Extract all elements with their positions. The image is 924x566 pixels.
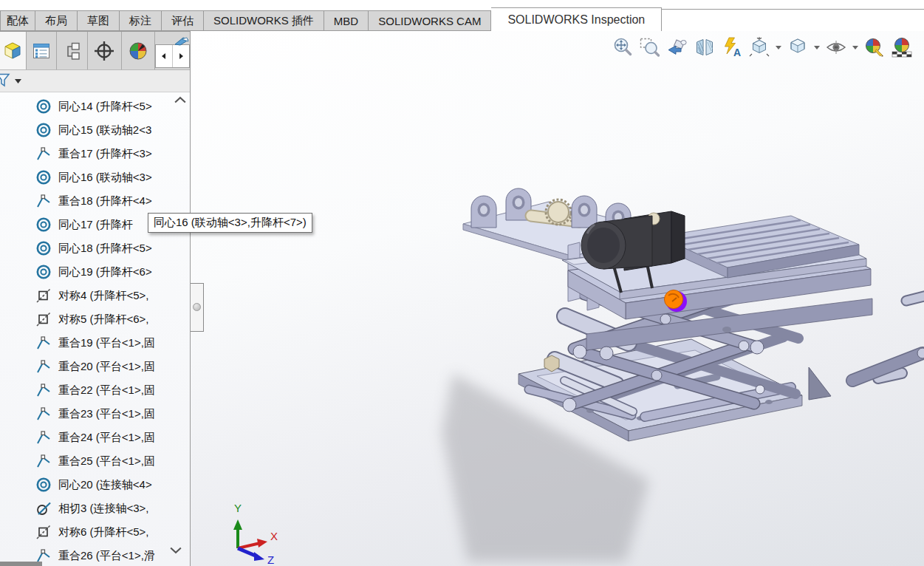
tree-item-mate-4[interactable]: 重合18 (升降杆<4> (0, 189, 190, 213)
tree-scroll-down-icon[interactable] (170, 547, 182, 554)
tree-item-mate-8[interactable]: 对称4 (升降杆<5>, (0, 284, 190, 307)
tree-item-mate-11[interactable]: 重合20 (平台<1>,固 (0, 355, 190, 378)
command-tab-6[interactable]: MBD (324, 10, 369, 31)
tree-item-label: 重合26 (平台<1>,滑 (58, 549, 155, 563)
previous-view-button[interactable] (665, 35, 690, 60)
pane-scroll-right-icon (177, 52, 185, 60)
tree-item-mate-6[interactable]: 同心18 (升降杆<5> (0, 236, 190, 260)
mate-tooltip: 同心16 (联动轴<3>,升降杆<7>) (148, 213, 312, 233)
caret-down-icon (852, 46, 858, 50)
zoom-to-area-button[interactable] (637, 35, 663, 60)
section-view-button[interactable] (692, 35, 717, 60)
tree-item-label: 重合17 (升降杆<3> (58, 147, 152, 161)
apply-scene-button[interactable] (889, 35, 914, 60)
panel-tab-strip (0, 32, 190, 70)
tree-item-label: 同心15 (联动轴2<3 (58, 123, 151, 137)
tree-item-label: 重合24 (平台<1>,固 (58, 431, 155, 445)
command-tab-2[interactable]: 草图 (78, 10, 120, 31)
tangent-mate-icon (35, 500, 52, 516)
pane-scroll-left-icon (160, 52, 168, 60)
command-tab-4[interactable]: 评估 (162, 10, 204, 31)
coincident-mate-icon (35, 335, 52, 351)
bearing-block (572, 196, 597, 228)
tree-item-label: 同心17 (升降杆 (58, 218, 133, 232)
tree-item-label: 同心18 (升降杆<5> (58, 242, 152, 256)
pane-scroll-right-button[interactable] (173, 45, 189, 67)
view-orientation-button[interactable] (747, 35, 772, 60)
coincident-mate-icon (35, 193, 52, 209)
tree-item-label: 同心14 (升降杆<5> (58, 100, 152, 114)
hide-show-items-button[interactable] (824, 35, 849, 60)
tree-scroll-up-icon[interactable] (174, 96, 186, 103)
panel-tab-display-manager[interactable] (122, 32, 155, 69)
zoom-to-area-icon (639, 36, 661, 58)
property-manager-icon (31, 41, 52, 61)
panel-splitter-handle[interactable] (191, 283, 204, 332)
previous-view-icon (666, 36, 688, 58)
coincident-mate-icon (35, 406, 52, 422)
tree-item-mate-2[interactable]: 重合17 (升降杆<3> (0, 142, 190, 166)
tree-item-label: 重合25 (平台<1>,固 (58, 454, 155, 468)
filter-dropdown-caret-icon[interactable] (15, 79, 21, 83)
command-tab-bar: 配体布局草图标注评估SOLIDWORKS 插件MBDSOLIDWORKS CAM… (0, 0, 924, 31)
display-style-dropdown-caret[interactable] (812, 35, 821, 60)
tree-item-mate-13[interactable]: 重合23 (平台<1>,固 (0, 402, 190, 426)
panel-overflow-icon[interactable] (174, 37, 189, 46)
scissor-lift-assembly-model[interactable] (191, 31, 924, 566)
apply-scene-icon (891, 36, 913, 58)
tree-item-mate-17[interactable]: 相切3 (连接轴<3>, (0, 497, 190, 520)
tree-item-label: 重合20 (平台<1>,固 (58, 360, 155, 374)
hide-show-items-dropdown-caret[interactable] (851, 35, 860, 60)
command-tab-1[interactable]: 布局 (35, 10, 78, 31)
coincident-mate-icon (35, 453, 52, 469)
tree-item-label: 重合22 (平台<1>,固 (58, 383, 155, 398)
command-tab-8[interactable]: SOLIDWORKS Inspection (491, 7, 662, 31)
zoom-to-fit-button[interactable] (610, 35, 635, 60)
tree-item-mate-0[interactable]: 同心14 (升降杆<5> (0, 95, 190, 118)
tree-item-label: 同心20 (连接轴<4> (58, 478, 152, 492)
filter-funnel-icon[interactable] (0, 72, 12, 91)
tree-item-mate-9[interactable]: 对称5 (升降杆<6>, (0, 307, 190, 331)
featuremanager-panel: 同心14 (升降杆<5>同心15 (联动轴2<3重合17 (升降杆<3>同心16… (0, 31, 191, 566)
triad-z-label: Z (267, 553, 274, 566)
coincident-mate-icon (35, 146, 52, 162)
tree-item-mate-14[interactable]: 重合24 (平台<1>,固 (0, 426, 190, 449)
panel-tab-featuremanager-design-tree[interactable] (0, 32, 27, 69)
splitter-grip-icon (193, 303, 201, 311)
command-tab-3[interactable]: 标注 (120, 10, 162, 31)
tree-item-mate-3[interactable]: 同心16 (联动轴<3> (0, 166, 190, 189)
tree-filter-row (0, 70, 190, 92)
dynamic-annotation-views-button[interactable]: A (719, 35, 745, 60)
tree-item-mate-1[interactable]: 同心15 (联动轴2<3 (0, 118, 190, 142)
tree-item-mate-16[interactable]: 同心20 (连接轴<4> (0, 473, 190, 497)
edit-appearance-button[interactable] (862, 35, 887, 60)
tree-item-mate-12[interactable]: 重合22 (平台<1>,固 (0, 378, 190, 402)
display-style-button[interactable] (785, 35, 810, 60)
graphics-viewport[interactable]: A (191, 31, 924, 566)
hide-show-items-icon (825, 36, 847, 58)
edit-appearance-icon (863, 36, 886, 58)
panel-tab-dimxpert-manager[interactable] (88, 32, 121, 69)
triad-y-label: Y (234, 502, 242, 514)
pane-scroll-left-button[interactable] (156, 45, 173, 67)
view-orientation-dropdown-caret[interactable] (774, 35, 783, 60)
tree-item-mate-10[interactable]: 重合19 (平台<1>,固 (0, 331, 190, 355)
svg-text:A: A (733, 47, 741, 58)
panel-tab-configuration-manager[interactable] (57, 32, 88, 69)
panel-tab-property-manager[interactable] (27, 32, 58, 69)
command-tab-7[interactable]: SOLIDWORKS CAM (369, 10, 491, 31)
coincident-mate-icon (35, 358, 52, 375)
tree-item-mate-15[interactable]: 重合25 (平台<1>,固 (0, 449, 190, 473)
command-tab-5[interactable]: SOLIDWORKS 插件 (204, 10, 324, 31)
concentric-mate-icon (35, 264, 52, 280)
base-gusset (809, 367, 831, 400)
command-tab-0[interactable]: 配体 (0, 10, 35, 31)
tree-item-mate-7[interactable]: 同心19 (升降杆<6> (0, 260, 190, 284)
tree-item-mate-18[interactable]: 对称6 (升降杆<5>, (0, 520, 190, 544)
tab-bar-filler (662, 9, 924, 31)
triad-x-label: X (270, 530, 278, 542)
section-view-icon (694, 36, 716, 58)
symmetric-mate-icon (35, 524, 52, 540)
concentric-mate-icon (35, 122, 52, 138)
dynamic-annotation-views-icon: A (721, 36, 743, 58)
